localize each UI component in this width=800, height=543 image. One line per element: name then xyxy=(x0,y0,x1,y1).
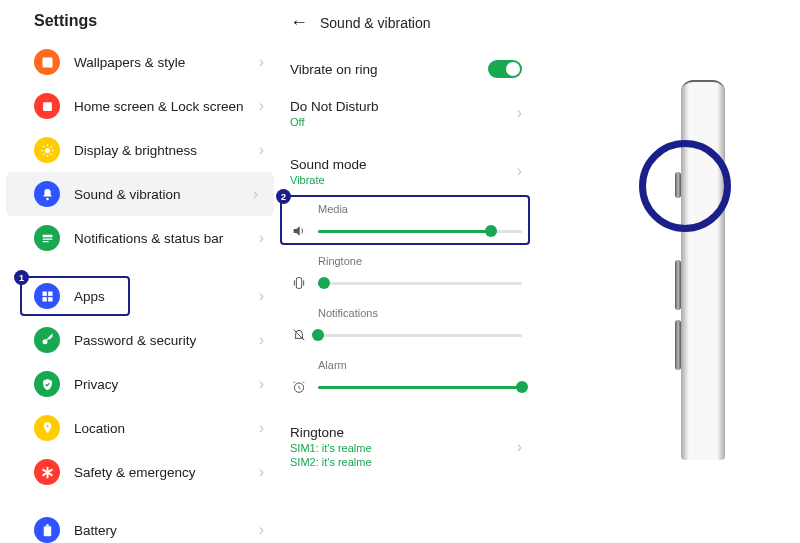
settings-item-label: Privacy xyxy=(74,377,259,392)
shield-icon xyxy=(34,371,60,397)
alarm-slider[interactable] xyxy=(318,386,522,389)
chevron-right-icon: › xyxy=(259,521,264,539)
settings-item-shield[interactable]: Privacy› xyxy=(0,362,280,406)
svg-point-4 xyxy=(45,148,50,153)
speaker-icon xyxy=(288,223,310,239)
dnd-sub: Off xyxy=(290,116,517,128)
ringtone-slider-label: Ringtone xyxy=(318,255,522,267)
home-icon xyxy=(34,93,60,119)
bell-icon xyxy=(34,181,60,207)
settings-item-key[interactable]: Password & security› xyxy=(0,318,280,362)
vibrate-label: Vibrate on ring xyxy=(290,62,488,77)
settings-item-home[interactable]: Home screen & Lock screen› xyxy=(0,84,280,128)
phone-volume-up xyxy=(675,260,681,310)
dnd-label: Do Not Disturb xyxy=(290,99,517,114)
chevron-right-icon: › xyxy=(259,419,264,437)
settings-item-bell[interactable]: Sound & vibration› xyxy=(6,172,274,216)
key-icon xyxy=(34,327,60,353)
alarm-slider-label: Alarm xyxy=(318,359,522,371)
ringtone-slider[interactable] xyxy=(318,282,522,285)
chevron-right-icon: › xyxy=(259,141,264,159)
phone-mute-switch xyxy=(675,172,681,198)
svg-rect-11 xyxy=(42,297,46,301)
grid-icon xyxy=(34,283,60,309)
settings-item-label: Wallpapers & style xyxy=(74,55,259,70)
vibrate-on-ring-row[interactable]: Vibrate on ring xyxy=(284,47,526,91)
svg-rect-8 xyxy=(42,241,48,242)
dnd-row[interactable]: Do Not Disturb Off › xyxy=(284,91,526,135)
mode-sub: Vibrate xyxy=(290,174,517,186)
settings-item-asterisk[interactable]: Safety & emergency› xyxy=(0,450,280,494)
svg-rect-6 xyxy=(42,234,52,237)
annotation-badge-2: 2 xyxy=(276,189,291,204)
settings-list: Wallpapers & style›Home screen & Lock sc… xyxy=(0,40,280,543)
settings-item-label: Notifications & status bar xyxy=(74,231,259,246)
media-slider[interactable] xyxy=(318,230,522,233)
alarm-slider-block: Alarm xyxy=(288,353,522,405)
phone-illustration xyxy=(538,0,800,543)
settings-item-wallpaper[interactable]: Wallpapers & style› xyxy=(0,40,280,84)
vibrate-icon xyxy=(288,275,310,291)
notifications-slider-block: Notifications xyxy=(288,301,522,353)
sound-panel: ← Sound & vibration Vibrate on ring Do N… xyxy=(280,0,538,543)
volume-sliders: Media 2 Ringtone xyxy=(284,193,526,405)
mode-label: Sound mode xyxy=(290,157,517,172)
settings-item-grid[interactable]: Apps›1 xyxy=(0,274,280,318)
back-icon[interactable]: ← xyxy=(290,12,308,33)
media-slider-block: Media 2 xyxy=(288,197,522,249)
settings-item-battery[interactable]: Battery› xyxy=(0,508,280,543)
svg-point-14 xyxy=(46,424,49,427)
ringtone-slider-block: Ringtone xyxy=(288,249,522,301)
sound-header: ← Sound & vibration xyxy=(284,8,526,47)
notifications-slider[interactable] xyxy=(318,334,522,337)
chevron-right-icon: › xyxy=(259,53,264,71)
ringtone-row-sub2: SIM2: it's realme xyxy=(290,456,517,468)
asterisk-icon xyxy=(34,459,60,485)
chevron-right-icon: › xyxy=(259,331,264,349)
media-slider-label: Media xyxy=(318,203,522,215)
sound-mode-row[interactable]: Sound mode Vibrate › xyxy=(284,149,526,193)
pin-icon xyxy=(34,415,60,441)
svg-rect-3 xyxy=(45,106,49,110)
chevron-right-icon: › xyxy=(259,287,264,305)
ringtone-row-label: Ringtone xyxy=(290,425,517,440)
chevron-right-icon: › xyxy=(253,185,258,203)
ringtone-row[interactable]: Ringtone SIM1: it's realme SIM2: it's re… xyxy=(284,419,526,474)
svg-rect-9 xyxy=(42,291,46,295)
vibrate-toggle[interactable] xyxy=(488,60,522,78)
notifications-slider-label: Notifications xyxy=(318,307,522,319)
svg-rect-15 xyxy=(43,526,51,536)
settings-item-pin[interactable]: Location› xyxy=(0,406,280,450)
sound-title: Sound & vibration xyxy=(320,15,431,31)
svg-rect-12 xyxy=(48,297,52,301)
chevron-right-icon: › xyxy=(259,463,264,481)
chevron-right-icon: › xyxy=(259,97,264,115)
notif-icon xyxy=(34,225,60,251)
settings-item-label: Password & security xyxy=(74,333,259,348)
settings-title: Settings xyxy=(0,8,280,40)
chevron-right-icon: › xyxy=(517,104,522,122)
svg-point-13 xyxy=(42,339,47,344)
svg-point-5 xyxy=(46,197,49,200)
settings-item-label: Safety & emergency xyxy=(74,465,259,480)
settings-item-notif[interactable]: Notifications & status bar› xyxy=(0,216,280,260)
phone-body xyxy=(681,80,725,460)
battery-icon xyxy=(34,517,60,543)
chevron-right-icon: › xyxy=(259,229,264,247)
svg-rect-17 xyxy=(296,278,301,289)
ringtone-row-sub1: SIM1: it's realme xyxy=(290,442,517,454)
settings-item-label: Display & brightness xyxy=(74,143,259,158)
bell-off-icon xyxy=(288,327,310,343)
chevron-right-icon: › xyxy=(517,438,522,456)
phone-volume-down xyxy=(675,320,681,370)
chevron-right-icon: › xyxy=(517,162,522,180)
clock-icon xyxy=(288,379,310,395)
svg-point-1 xyxy=(44,59,47,62)
wallpaper-icon xyxy=(34,49,60,75)
settings-panel: Settings Wallpapers & style›Home screen … xyxy=(0,0,280,543)
settings-item-label: Home screen & Lock screen xyxy=(74,99,259,114)
annotation-badge-1: 1 xyxy=(14,270,29,285)
svg-rect-7 xyxy=(42,238,52,239)
settings-item-label: Apps xyxy=(74,289,259,304)
settings-item-sun[interactable]: Display & brightness› xyxy=(0,128,280,172)
